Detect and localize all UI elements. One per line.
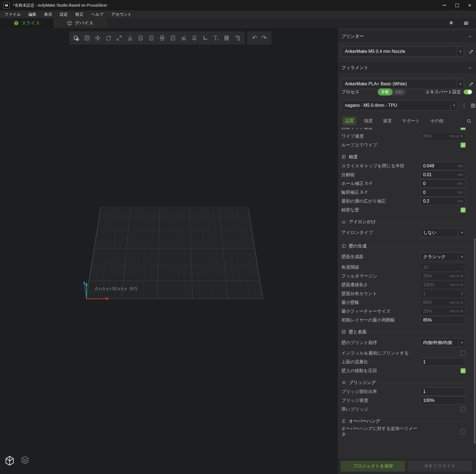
setting-tab-サポート[interactable]: サポート	[399, 117, 422, 125]
setting-tab-その他[interactable]: その他	[428, 117, 446, 125]
value-input[interactable]: 0.2mm	[420, 197, 466, 205]
value-input[interactable]: 100%	[420, 396, 466, 405]
add-object-button[interactable]	[71, 32, 81, 43]
expert-settings-toggle[interactable]	[464, 89, 472, 94]
value-input[interactable]: 85%mm or %	[420, 298, 466, 307]
value-input[interactable]: 10°	[420, 263, 466, 271]
setting-select[interactable]: しない▼	[420, 228, 466, 237]
3d-viewport[interactable]: AnkerMake M5 OPAUTOa ↶ ↷	[0, 28, 338, 474]
scale-button[interactable]	[114, 32, 124, 43]
setting-select[interactable]: 内側/外側/内側▼	[420, 338, 466, 347]
dropdown-arrow-icon[interactable]: ▼	[458, 228, 465, 237]
kebab-menu-icon[interactable]: ⋮	[461, 103, 467, 108]
paste-object-button[interactable]: P	[146, 32, 157, 43]
auto-orient-button[interactable]: AUTO	[189, 32, 200, 43]
setting-row: 厚いブリッジ	[338, 405, 476, 414]
edit-printer-button[interactable]	[469, 49, 474, 54]
spinner-icon[interactable]: ▲▼	[461, 292, 463, 295]
scrollbar[interactable]	[474, 238, 475, 444]
bell-icon[interactable]	[448, 20, 454, 26]
value-input[interactable]: 0.01mm	[420, 171, 466, 179]
setting-label: 壁のプリント順序	[341, 340, 377, 346]
tab-device[interactable]: デバイス	[53, 18, 107, 28]
value-input[interactable]: 25%mm or %	[420, 272, 466, 280]
split-to-parts-button[interactable]	[167, 32, 178, 43]
checkbox[interactable]	[461, 351, 466, 356]
minimize-button[interactable]	[438, 0, 451, 10]
variable-layer-height-button[interactable]	[221, 32, 232, 43]
settings-panel[interactable]: 自動ワイプ速度✓ワイプ速度80%mm or %ループ上でワイプ✓精度スライスギャ…	[338, 128, 476, 459]
dropdown-arrow-icon[interactable]: ▼	[457, 47, 464, 56]
chevron-up-icon[interactable]	[467, 34, 472, 39]
menu-item-ファイル[interactable]: ファイル	[1, 12, 25, 17]
menu-item-ヘルプ[interactable]: ヘルプ	[87, 12, 107, 17]
checkbox[interactable]: ✓	[461, 143, 466, 148]
value-input[interactable]: 80%mm or %	[420, 132, 466, 140]
value-input[interactable]: 1▲▼	[420, 290, 466, 298]
setting-label: 壁面分布カウント	[341, 291, 377, 297]
redo-button[interactable]: ↷	[262, 35, 266, 41]
setting-label: 分解能	[341, 172, 355, 178]
checkbox[interactable]	[461, 407, 466, 412]
setting-tab-品質[interactable]: 品質	[342, 117, 356, 125]
tab-slice[interactable]: スライス	[0, 18, 53, 28]
unit-suffix: mm	[458, 173, 463, 177]
mail-icon[interactable]	[463, 20, 469, 26]
dropdown-arrow-icon[interactable]: ▼	[450, 100, 458, 110]
checkmark-icon: ✓	[462, 208, 465, 212]
move-button[interactable]	[92, 32, 103, 43]
value-input[interactable]: 85%	[420, 316, 466, 324]
place-on-face-button[interactable]	[124, 32, 135, 43]
assembly-button[interactable]	[232, 32, 243, 43]
value-input[interactable]: 0mm	[420, 188, 466, 197]
undo-button[interactable]: ↶	[252, 35, 257, 41]
layers-icon[interactable]	[20, 455, 30, 465]
value-input[interactable]: 0.049mm	[420, 162, 466, 170]
checkbox[interactable]	[461, 429, 466, 434]
dropdown-arrow-icon[interactable]: ▼	[458, 339, 465, 347]
checkmark-icon: ✓	[462, 369, 465, 373]
checkbox[interactable]: ✓	[461, 208, 466, 213]
mode-general-pill[interactable]: 全般	[378, 88, 393, 96]
setting-tab-速度[interactable]: 速度	[380, 117, 394, 125]
text-tool-button[interactable]: a	[210, 32, 221, 43]
copy-object-button[interactable]: O	[135, 32, 146, 43]
save-preset-button[interactable]	[470, 103, 476, 108]
setting-select[interactable]: クラシック▼	[420, 252, 466, 261]
chevron-up-icon[interactable]	[467, 66, 472, 70]
menu-item-表示[interactable]: 表示	[40, 12, 56, 17]
unit-suffix: mm or %	[450, 283, 463, 287]
mode-obj-pill[interactable]: OBJ	[393, 90, 406, 94]
menu-item-アカウント[interactable]: アカウント	[107, 12, 135, 17]
checkbox[interactable]: ✓	[461, 128, 466, 130]
sidebar-footer: プロジェクトを保存 今すぐスライス	[338, 458, 476, 474]
setting-tab-強度[interactable]: 強度	[361, 117, 375, 125]
slice-now-button[interactable]: 今すぐスライス	[407, 461, 472, 472]
search-icon[interactable]	[466, 118, 472, 124]
save-project-button[interactable]: プロジェクトを保存	[341, 461, 405, 472]
filament-title: フィラメント	[341, 65, 368, 71]
value-input[interactable]: 25%mm or %	[420, 307, 466, 315]
value-input[interactable]: 100%mm or %	[420, 281, 466, 289]
arrange-button[interactable]	[81, 32, 92, 43]
value-input[interactable]: 1	[420, 358, 466, 366]
supports-button[interactable]	[178, 32, 189, 43]
dropdown-arrow-icon[interactable]: ▼	[458, 253, 465, 261]
process-select[interactable]: nagano - M5 0.4mm - TPU ▼	[341, 100, 458, 111]
value-input[interactable]: 0mm	[420, 179, 466, 188]
printer-select[interactable]: AnkerMake M5 0.4 mm Nozzle ▼	[341, 46, 464, 57]
main-tabbar: スライス デバイス	[0, 18, 476, 28]
measure-button[interactable]	[200, 32, 210, 43]
checkbox[interactable]: ✓	[461, 368, 466, 373]
cube-view-icon[interactable]	[4, 455, 15, 466]
setting-label: 最小フィーチャーサイズ	[341, 309, 391, 314]
menu-item-較正[interactable]: 較正	[72, 12, 87, 17]
menu-item-編集[interactable]: 編集	[25, 12, 40, 17]
rotate-button[interactable]	[103, 32, 114, 43]
menu-item-設定[interactable]: 設定	[56, 12, 72, 17]
split-to-objects-button[interactable]	[157, 32, 167, 43]
close-button[interactable]: ✕	[463, 0, 476, 10]
edit-filament-button[interactable]	[469, 81, 474, 87]
value-input[interactable]: 1	[420, 388, 466, 396]
maximize-button[interactable]	[451, 0, 463, 10]
